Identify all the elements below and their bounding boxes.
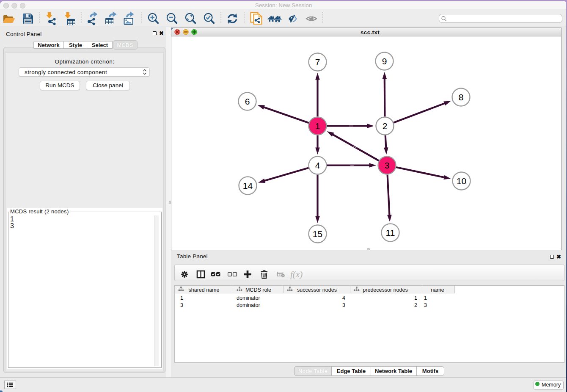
svg-text:8: 8 [458, 92, 463, 102]
svg-text:6: 6 [245, 97, 250, 106]
svg-text:15: 15 [312, 229, 322, 239]
svg-text:9: 9 [382, 56, 387, 66]
svg-text:1: 1 [315, 121, 320, 131]
svg-text:7: 7 [315, 57, 320, 67]
svg-text:2: 2 [382, 121, 387, 131]
svg-text:3: 3 [384, 160, 389, 170]
svg-text:11: 11 [385, 228, 395, 237]
svg-text:f(x): f(x) [290, 269, 303, 279]
svg-text:10: 10 [456, 176, 466, 186]
svg-text:4: 4 [315, 160, 320, 170]
svg-text:14: 14 [242, 181, 253, 190]
